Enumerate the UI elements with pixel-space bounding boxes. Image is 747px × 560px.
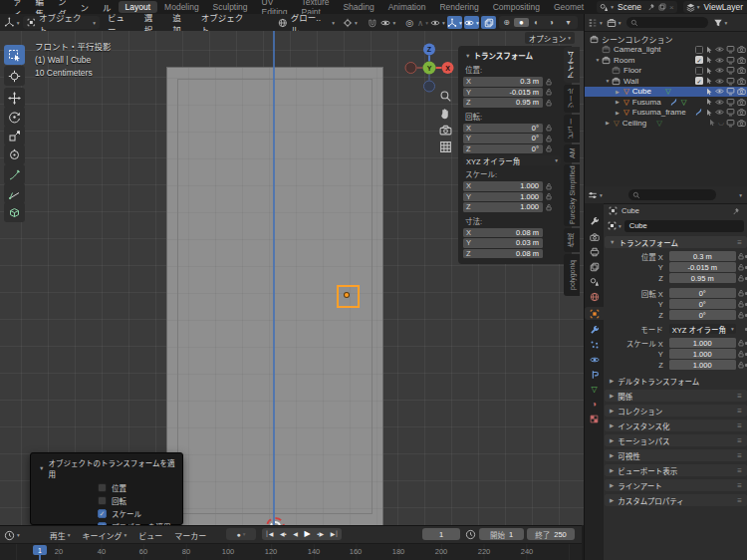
properties-editor-icon[interactable] (588, 190, 598, 200)
shading-material-button[interactable]: ◐ (529, 18, 544, 27)
lock-icon[interactable] (736, 263, 746, 271)
lock-icon[interactable] (543, 192, 555, 200)
hidden-eye-icon[interactable]: ◡ (718, 119, 724, 127)
jump-to-start-button[interactable]: ⏐◀ (265, 531, 273, 537)
npanel-tab-puresky[interactable]: PureSky Simplified (564, 164, 580, 226)
viewport-disable-icon[interactable] (726, 45, 735, 54)
pin-icon[interactable] (647, 3, 655, 11)
lock-icon[interactable] (736, 274, 746, 282)
outliner-row-scene-collection[interactable]: シーンコレクション (585, 34, 747, 45)
render-disable-icon[interactable] (737, 77, 746, 86)
dimensions-x-field[interactable]: X0.08 m (463, 228, 543, 238)
viewport-disable-icon[interactable] (726, 119, 735, 128)
viewport-disable-icon[interactable] (726, 87, 735, 96)
selectable-icon[interactable] (705, 98, 713, 106)
transform-panel-header[interactable]: ▼トランスフォーム≡ (605, 236, 747, 248)
jump-to-end-button[interactable]: ▶⏐ (331, 531, 339, 537)
tool-measure[interactable] (4, 183, 25, 203)
npanel-tab-polygoniq[interactable]: polygoniq (564, 254, 580, 296)
selected-cube-object[interactable] (337, 285, 360, 308)
tab-object[interactable] (585, 307, 604, 320)
npanel-tab-create[interactable]: 作成 (564, 228, 580, 252)
panel-grip-icon[interactable]: ≡ (737, 496, 742, 505)
view-layer-name[interactable]: ViewLayer (704, 2, 744, 12)
render-disable-icon[interactable] (737, 98, 746, 107)
tool-transform[interactable] (4, 144, 25, 164)
scale-z-field[interactable]: 1.000 (669, 360, 736, 370)
editor-type-icon[interactable] (4, 17, 15, 28)
object-visibility-button[interactable]: ▾ (430, 16, 445, 29)
panel-collections[interactable]: ▶コレクション≡ (605, 405, 747, 417)
outliner-row-fusuma[interactable]: ▶ ▽ Fusuma ▽ (585, 97, 747, 108)
zoom-icon[interactable] (439, 90, 452, 103)
show-overlays-button[interactable]: ▾ (464, 16, 479, 29)
expand-arrow[interactable]: ▶ (614, 89, 622, 95)
panel-custom-properties[interactable]: ▶カスタムプロパティ≡ (605, 494, 747, 506)
lock-icon[interactable] (736, 300, 746, 308)
expand-arrow[interactable]: ▼ (594, 57, 602, 63)
lock-icon[interactable] (543, 203, 555, 211)
rotation-y-field[interactable]: 0° (669, 299, 736, 309)
mode-selector[interactable]: オブジェクト▾ (23, 16, 100, 29)
render-disable-icon[interactable] (737, 108, 746, 117)
lock-icon[interactable] (736, 350, 746, 358)
current-frame-field[interactable]: 1 (422, 528, 460, 540)
options-button[interactable]: オプション▾ (525, 32, 575, 44)
menu-playback[interactable]: 再生▾ (44, 530, 77, 541)
rotation-mode-dropdown[interactable]: XYZ オイラー角▾ (463, 155, 561, 165)
menu-marker[interactable]: マーカー (168, 530, 212, 541)
hide-eye-icon[interactable] (715, 108, 724, 117)
expand-arrow[interactable]: ▶ (604, 120, 612, 126)
popup-item-location[interactable]: 位置 (31, 481, 182, 494)
outliner-row-room[interactable]: ▼ Room ✓ (585, 55, 747, 66)
workspace-tab-geometry-nodes[interactable]: Geomet (547, 2, 591, 12)
tool-scale[interactable] (4, 126, 25, 145)
show-gizmo-button[interactable]: ▾ (447, 16, 462, 29)
tool-cursor[interactable] (4, 66, 25, 86)
location-x-field[interactable]: X0.3 m (463, 77, 543, 87)
hide-eye-icon[interactable] (715, 56, 724, 65)
popup-header[interactable]: ▼オブジェクトのトランスフォームを適用 (31, 453, 182, 481)
panel-instancing[interactable]: ▶インスタンス化≡ (605, 420, 747, 431)
lock-icon[interactable] (543, 182, 555, 190)
playhead[interactable]: 1 (33, 545, 47, 555)
camera-view-icon[interactable] (439, 124, 452, 137)
tab-output[interactable] (588, 245, 601, 258)
tool-annotate[interactable] (4, 164, 25, 184)
selectable-icon[interactable] (708, 119, 716, 127)
collection-checkbox[interactable]: ✓ (695, 56, 703, 64)
rotation-z-field[interactable]: 0° (669, 310, 736, 320)
scene-selector[interactable]: ▾ Scene × (597, 1, 677, 13)
pan-hand-icon[interactable] (439, 107, 452, 120)
lock-icon[interactable] (543, 99, 555, 107)
outliner-search-input[interactable] (626, 17, 708, 28)
render-disable-icon[interactable] (737, 87, 746, 96)
viewport-disable-icon[interactable] (726, 108, 735, 117)
play-button[interactable]: ▶ (305, 530, 311, 538)
timeline-editor-icon[interactable] (4, 530, 15, 541)
panel-grip-icon[interactable]: ≡ (737, 481, 742, 490)
hide-eye-icon[interactable] (715, 77, 724, 86)
outliner-row-wall[interactable]: ▼ Wall ✓ (585, 76, 747, 87)
render-disable-icon[interactable] (737, 56, 746, 65)
lock-icon[interactable] (543, 88, 555, 96)
lock-icon[interactable] (543, 124, 555, 132)
hide-eye-icon[interactable] (715, 98, 724, 107)
tool-select-box[interactable] (4, 45, 25, 65)
selectable-icon[interactable] (705, 46, 713, 54)
location-z-field[interactable]: 0.95 m (669, 273, 736, 283)
selectable-icon[interactable] (705, 88, 713, 96)
hide-eye-icon[interactable] (715, 45, 724, 54)
panel-grip-icon[interactable]: ≡ (737, 238, 742, 247)
workspace-tab-rendering[interactable]: Rendering (432, 2, 485, 12)
panel-viewport-display[interactable]: ▶ビューポート表示≡ (605, 464, 747, 476)
view-layer-selector[interactable]: ▾ ViewLayer (683, 1, 747, 13)
viewport-disable-icon[interactable] (726, 77, 735, 86)
workspace-tab-shading[interactable]: Shading (336, 2, 380, 12)
render-disable-icon[interactable] (737, 66, 746, 75)
render-disable-icon[interactable] (737, 45, 746, 54)
npanel-transform-header[interactable]: ▼トランスフォーム (463, 50, 568, 61)
checkbox-scale[interactable]: ✓ (98, 509, 107, 518)
panel-grip-icon[interactable]: ≡ (737, 407, 742, 416)
timeline-ruler[interactable]: 20 40 60 80 100 120 140 160 180 200 220 … (0, 543, 582, 560)
